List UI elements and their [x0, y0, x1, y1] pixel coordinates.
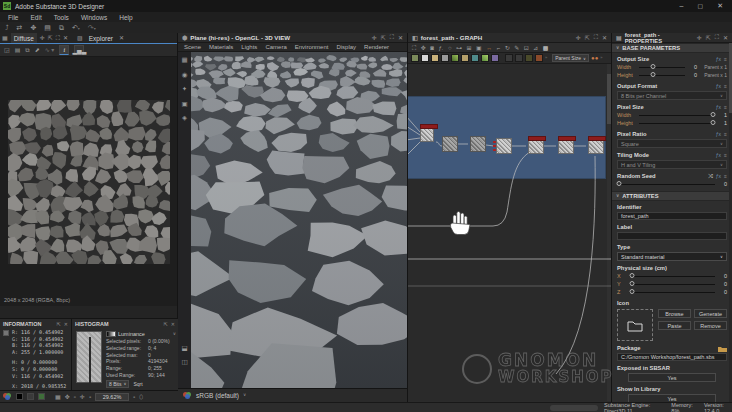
physical-x-slider[interactable]: X 0: [617, 272, 727, 280]
fit-graph-icon[interactable]: ⛶: [412, 45, 416, 51]
shuffle-icon[interactable]: ⤨: [708, 173, 713, 179]
node-pin-icon[interactable]: [535, 54, 543, 62]
maximize-panel-icon[interactable]: ⛶: [390, 34, 394, 41]
function-icon[interactable]: ƒx: [716, 56, 721, 62]
graph-node[interactable]: [420, 126, 434, 142]
function-icon[interactable]: ƒx: [716, 173, 721, 179]
node-type-color-icon[interactable]: [431, 54, 439, 62]
display-mode-icon[interactable]: ▦: [181, 57, 187, 64]
texture-preview-image[interactable]: [8, 100, 170, 264]
scale-mode-label[interactable]: Sqrt: [133, 381, 142, 387]
node-type-uniform-icon[interactable]: [491, 54, 499, 62]
function-icon[interactable]: ƒx: [716, 152, 721, 158]
menu-edit[interactable]: Edit: [30, 14, 41, 21]
fit-view-icon[interactable]: ◲: [4, 47, 10, 53]
menu-windows[interactable]: Windows: [81, 14, 107, 21]
menu-help[interactable]: Help: [119, 14, 132, 21]
exposed-toggle-button[interactable]: Yes: [628, 373, 716, 382]
menu-file[interactable]: File: [8, 14, 18, 21]
close-icon[interactable]: ✕: [171, 321, 175, 327]
information-toggle-button[interactable]: i: [59, 45, 69, 55]
tiling-mode-select[interactable]: H and V Tiling∨: [617, 160, 727, 169]
tab-explorer[interactable]: Explorer: [86, 33, 116, 43]
camera-icon[interactable]: ◉: [182, 72, 188, 79]
zoom-out-icon[interactable]: ▪: [89, 394, 91, 400]
thumbnails-icon[interactable]: ▣: [476, 45, 482, 51]
light-icon[interactable]: ✦: [182, 86, 187, 93]
tab-diffuse[interactable]: Diffuse: [11, 33, 37, 43]
node-type-curve-icon[interactable]: [461, 54, 469, 62]
rgb-channels-icon[interactable]: [3, 393, 12, 400]
grid-toggle-icon[interactable]: ▦: [55, 394, 61, 400]
minimize-button[interactable]: –: [680, 2, 684, 10]
node-type-gradient-icon[interactable]: [451, 54, 459, 62]
cut-links-icon[interactable]: ⊶: [456, 45, 462, 51]
menu-camera[interactable]: Camera: [265, 44, 286, 50]
3d-viewport[interactable]: ▦ ◉ ✦ ▣ ◈ ⬓ ◫: [178, 52, 407, 388]
undo-icon[interactable]: ↶▾: [72, 24, 80, 31]
browse-button[interactable]: Browse: [658, 309, 691, 318]
maximize-panel-icon[interactable]: ⛶: [715, 34, 719, 41]
menu-environment[interactable]: Environment: [295, 44, 329, 50]
zoom-in-icon[interactable]: ▪: [133, 394, 135, 400]
pin-icon[interactable]: ✛: [372, 34, 377, 41]
menu-renderer[interactable]: Renderer: [364, 44, 389, 50]
close-tab-icon[interactable]: ✕: [63, 35, 68, 41]
histogram-toggle-button[interactable]: ▂▅▃: [74, 45, 84, 55]
icon-preview-dropzone[interactable]: [617, 309, 653, 341]
section-base-parameters[interactable]: ∨BASE PARAMETERS: [612, 43, 732, 53]
menu-scene[interactable]: Scene: [184, 44, 201, 50]
zoom-level-field[interactable]: 29.62%: [95, 393, 129, 401]
ruler-icon[interactable]: ⊿: [533, 45, 538, 51]
bits-select[interactable]: 8 Bits∨: [106, 380, 129, 388]
float-icon[interactable]: ⇱: [706, 34, 711, 41]
link-style-icon[interactable]: ⌐: [497, 45, 501, 51]
function-icon[interactable]: ƒx: [716, 83, 721, 89]
lock-zoom-icon[interactable]: ⬯: [139, 394, 143, 400]
graph-node[interactable]: [558, 138, 574, 154]
graph-node[interactable]: [528, 138, 544, 154]
reset-icon[interactable]: ≡: [724, 152, 727, 158]
pin-icon[interactable]: ✛: [576, 34, 581, 41]
pixel-ratio-select[interactable]: Square∨: [617, 139, 727, 148]
pin-icon[interactable]: ✛: [697, 34, 702, 41]
node-type-normal-icon[interactable]: [481, 54, 489, 62]
menu-tools[interactable]: Tools: [54, 14, 69, 21]
node-comment-icon[interactable]: [525, 54, 533, 62]
pixel-grid-icon[interactable]: ▫: [74, 394, 76, 400]
float-icon[interactable]: ⇱: [57, 321, 61, 327]
grid-snap-icon[interactable]: ▩: [543, 45, 549, 51]
function-icon[interactable]: ƒx: [716, 104, 721, 110]
graph-node[interactable]: [588, 138, 604, 154]
close-button[interactable]: ✕: [717, 2, 723, 10]
paste-button[interactable]: Paste: [658, 321, 691, 330]
search-icon[interactable]: ○‍: [448, 45, 452, 51]
node-type-transform-icon[interactable]: [471, 54, 479, 62]
settings-icon[interactable]: ◫: [181, 359, 187, 366]
physical-y-slider[interactable]: Y 0: [617, 280, 727, 288]
frame-icon[interactable]: ⊡: [524, 45, 529, 51]
gray-swatch-icon[interactable]: [27, 393, 34, 400]
export-icon[interactable]: ⬈: [35, 47, 40, 53]
material-icon[interactable]: ◈: [182, 115, 187, 122]
pin-icon[interactable]: ✛: [40, 35, 45, 41]
close-explorer-icon[interactable]: ✕: [119, 35, 124, 41]
redo-icon[interactable]: ↷▾: [88, 24, 96, 31]
maximize-panel-icon[interactable]: ⛶: [56, 35, 60, 41]
node-frame-icon[interactable]: [515, 54, 523, 62]
link-tool-icon[interactable]: ⤴: [5, 24, 9, 31]
remove-button[interactable]: Remove: [694, 321, 727, 330]
graph-node[interactable]: [496, 138, 512, 154]
colorspace-select[interactable]: sRGB (default): [196, 392, 239, 399]
center-view-icon[interactable]: ✛: [80, 394, 85, 400]
close-icon[interactable]: ✕: [602, 34, 607, 41]
channel-select[interactable]: Luminance: [118, 331, 145, 337]
link-color-icon[interactable]: ↔: [486, 45, 492, 51]
move-icon[interactable]: ✥: [421, 45, 426, 51]
menu-display[interactable]: Display: [336, 44, 356, 50]
pan-tool-icon[interactable]: ✥: [65, 394, 70, 400]
label-field[interactable]: [617, 232, 727, 240]
section-attributes[interactable]: ∨ATTRIBUTES: [612, 191, 732, 201]
float-icon[interactable]: ⇱: [48, 35, 53, 41]
swap-tool-icon[interactable]: ⇄: [17, 24, 23, 31]
